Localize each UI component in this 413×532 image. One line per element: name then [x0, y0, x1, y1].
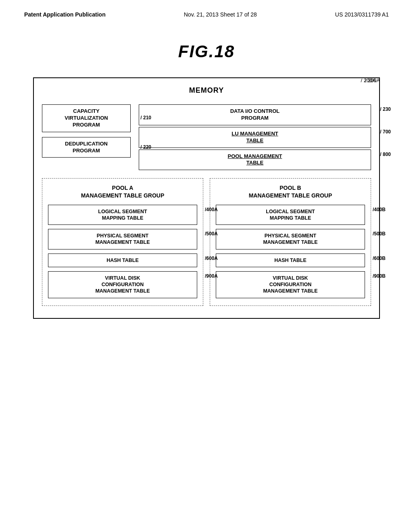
header-left: Patent Application Publication	[24, 11, 106, 18]
data-io-control-program: DATA I/O CONTROL PROGRAM / 230	[139, 104, 371, 125]
right-tables-group: DATA I/O CONTROL PROGRAM / 230 LU MANAGE…	[139, 104, 371, 170]
pool-section: POOL A MANAGEMENT TABLE GROUP LOGICAL SE…	[42, 178, 371, 305]
page-header: Patent Application Publication Nov. 21, …	[0, 0, 413, 18]
pool-management-table: POOL MANAGEMENT TABLE / 800	[139, 150, 371, 170]
pool-a-virtual-disk-config-mgmt-table: VIRTUAL DISK CONFIGURATION MANAGEMENT TA…	[48, 271, 197, 298]
capacity-virtualization-program: CAPACITY VIRTUALIZATION PROGRAM / 210	[42, 104, 131, 132]
pool-a-hash-table: HASH TABLE /600A	[48, 254, 197, 267]
left-programs: CAPACITY VIRTUALIZATION PROGRAM / 210 DE…	[42, 104, 131, 158]
pool-b-title: POOL B MANAGEMENT TABLE GROUP	[216, 184, 365, 199]
pool-b-ref-500b: /500B	[373, 231, 386, 237]
memory-box: MEMORY CAPACITY VIRTUALIZATION PROGRAM /…	[33, 77, 380, 319]
figure-title: FIG.18	[0, 42, 413, 61]
pool-b-ref-900b: /900B	[373, 273, 386, 280]
table-ref-800: / 800	[380, 152, 391, 158]
pool-b-items: LOGICAL SEGMENT MAPPING TABLE /400B PHYS…	[216, 205, 365, 298]
lu-management-table: LU MANAGEMENT TABLE / 700	[139, 127, 371, 148]
pool-b-logical-segment-mapping-table: LOGICAL SEGMENT MAPPING TABLE /400B	[216, 205, 365, 225]
table-ref-230: / 230	[380, 106, 391, 113]
pool-b-group: POOL B MANAGEMENT TABLE GROUP LOGICAL SE…	[210, 178, 371, 305]
pool-b-ref-400b: /400B	[373, 207, 386, 213]
pool-a-logical-segment-mapping-table: LOGICAL SEGMENT MAPPING TABLE /400A	[48, 205, 197, 225]
diagram-area: / 200A MEMORY CAPACITY VIRTUALIZATION PR…	[33, 77, 380, 319]
pool-b-ref-600b: /600B	[373, 256, 386, 262]
table-ref-700: / 700	[380, 129, 391, 135]
top-section: CAPACITY VIRTUALIZATION PROGRAM / 210 DE…	[42, 104, 371, 170]
header-center: Nov. 21, 2013 Sheet 17 of 28	[184, 11, 257, 18]
pool-a-title: POOL A MANAGEMENT TABLE GROUP	[48, 184, 197, 199]
deduplication-program: DEDUPLICATION PROGRAM / 220	[42, 137, 131, 158]
header-right: US 2013/0311739 A1	[335, 11, 389, 18]
pool-a-physical-segment-management-table: PHYSICAL SEGMENT MANAGEMENT TABLE /500A	[48, 229, 197, 249]
pool-a-items: LOGICAL SEGMENT MAPPING TABLE /400A PHYS…	[48, 205, 197, 298]
pool-b-physical-segment-management-table: PHYSICAL SEGMENT MANAGEMENT TABLE /500B	[216, 229, 365, 249]
pool-a-group: POOL A MANAGEMENT TABLE GROUP LOGICAL SE…	[42, 178, 203, 305]
pool-b-hash-table: HASH TABLE /600B	[216, 254, 365, 267]
pool-b-virtual-disk-config-mgmt-table: VIRTUAL DISK CONFIGURATION MANAGEMENT TA…	[216, 271, 365, 298]
memory-label: MEMORY	[42, 86, 371, 95]
memory-ref-overlay: / 200A	[365, 77, 380, 83]
